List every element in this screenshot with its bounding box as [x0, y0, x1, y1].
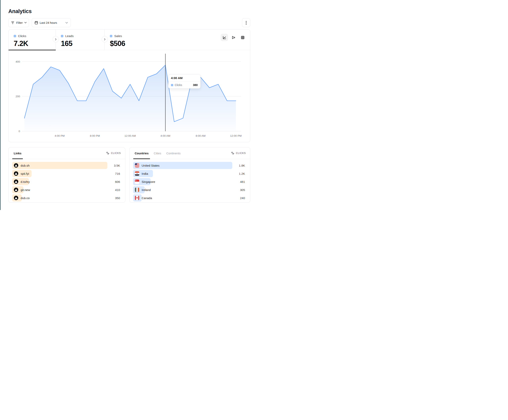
analytics-card: Clicks 7.2K Leads 165 Sales $506	[8, 29, 250, 142]
tab-links[interactable]: Links	[14, 147, 22, 159]
country-clicks: 1.8K	[232, 164, 245, 167]
date-range-label: Last 24 hours	[40, 21, 57, 24]
leads-legend-chip	[61, 35, 63, 37]
filter-icon	[11, 22, 15, 24]
link-label: d.to/try	[21, 180, 30, 183]
flag-canada-icon	[135, 196, 139, 200]
tab-countries[interactable]: Countries	[135, 147, 149, 159]
table-view-button[interactable]	[239, 34, 246, 41]
chart-tooltip: 4:00 AM Clicks 380	[168, 74, 201, 88]
svg-text:8:00 AM: 8:00 AM	[196, 134, 206, 137]
list-item[interactable]: d.to/try 606	[12, 178, 120, 185]
svg-text:12:00 AM: 12:00 AM	[124, 134, 136, 137]
link-clicks: 716	[107, 172, 120, 175]
list-item[interactable]: India 1.2K	[133, 170, 245, 177]
dub-logo-icon	[14, 180, 18, 184]
list-item[interactable]: git.new 410	[12, 186, 120, 193]
list-item[interactable]: United States 1.8K	[133, 162, 245, 169]
svg-text:8:00 PM: 8:00 PM	[90, 134, 100, 137]
svg-text:4:00 AM: 4:00 AM	[160, 134, 170, 137]
chevron-down-icon	[24, 22, 27, 23]
country-label: Singapore	[142, 180, 155, 183]
active-stat-underline	[8, 50, 56, 50]
calendar-icon	[35, 21, 38, 24]
area-chart-canvas[interactable]: 02004004:00 PM8:00 PM12:00 AM4:00 AM8:00…	[8, 51, 250, 142]
chevron-right-icon	[104, 38, 105, 40]
link-clicks: 606	[107, 180, 120, 183]
svg-text:0: 0	[18, 130, 20, 133]
country-label: Canada	[142, 196, 152, 200]
country-clicks: 1.2K	[232, 172, 245, 175]
chevron-right-icon	[55, 38, 57, 40]
dub-logo-icon	[14, 163, 18, 168]
chevron-down-icon	[66, 22, 68, 24]
line-chart-icon	[223, 36, 226, 39]
clicks-legend-chip	[14, 35, 16, 37]
more-options-button[interactable]	[242, 18, 250, 27]
links-metric-label: CLICKS	[111, 152, 121, 154]
list-item[interactable]: Singapore 481	[133, 178, 245, 185]
country-label: India	[142, 172, 148, 175]
link-label: dub.sh	[21, 164, 30, 167]
date-range-button[interactable]: Last 24 hours	[32, 18, 71, 27]
sales-legend-chip	[110, 35, 112, 37]
chart-view-toggle	[221, 34, 246, 41]
link-label: git.new	[21, 188, 30, 192]
list-item[interactable]: spti.fyi 716	[12, 170, 120, 177]
list-item[interactable]: dub.co 350	[12, 194, 120, 202]
stat-label: Sales	[114, 34, 122, 38]
page-title: Analytics	[8, 8, 254, 14]
funnel-view-button[interactable]	[230, 34, 237, 41]
list-item[interactable]: Ireland 305	[133, 186, 245, 193]
tooltip-time: 4:00 AM	[168, 74, 200, 82]
cursor-click-icon	[231, 152, 234, 155]
flag-india-icon	[135, 171, 139, 176]
kebab-menu-icon	[246, 21, 247, 25]
links-list: dub.sh 3.5K spti.fyi 716	[8, 159, 125, 202]
geo-metric-selector[interactable]: CLICKS	[231, 152, 246, 155]
filter-button[interactable]: Filter	[8, 18, 29, 27]
flag-singapore-icon	[135, 180, 139, 184]
links-panel: Links CLICKS dub.sh 3.5K	[8, 147, 125, 203]
expand-clicks-button[interactable]	[52, 36, 59, 42]
stat-label: Clicks	[18, 34, 26, 38]
stat-tab-clicks[interactable]: Clicks 7.2K	[8, 29, 56, 50]
country-clicks: 240	[232, 196, 245, 200]
tooltip-series-label: Clicks	[175, 83, 182, 87]
link-clicks: 410	[107, 188, 120, 192]
stat-tab-leads[interactable]: Leads 165	[56, 29, 105, 50]
funnel-icon	[232, 36, 235, 39]
stat-value: 165	[61, 39, 105, 48]
svg-text:200: 200	[15, 95, 20, 98]
tooltip-value: 380	[193, 83, 198, 87]
table-grid-icon	[241, 36, 245, 39]
stats-row: Clicks 7.2K Leads 165 Sales $506	[8, 29, 250, 50]
tab-continents[interactable]: Continents	[166, 147, 181, 159]
dub-logo-icon	[14, 196, 18, 200]
filter-label: Filter	[16, 21, 22, 24]
cursor-click-icon	[106, 152, 110, 155]
link-label: dub.co	[21, 196, 30, 200]
country-clicks: 305	[232, 188, 245, 192]
stat-value: 7.2K	[14, 39, 56, 48]
tab-cities[interactable]: Cities	[154, 147, 161, 159]
svg-text:12:00 PM: 12:00 PM	[230, 134, 242, 137]
list-item[interactable]: dub.sh 3.5K	[12, 162, 120, 169]
links-metric-selector[interactable]: CLICKS	[106, 152, 121, 155]
clicks-time-series-chart[interactable]: 02004004:00 PM8:00 PM12:00 AM4:00 AM8:00…	[8, 51, 250, 142]
toolbar: Filter Last 24 hours	[8, 18, 250, 27]
country-label: United States	[142, 164, 159, 167]
geo-panel: Countries Cities Continents CLICKS Unite…	[129, 147, 250, 203]
dub-logo-icon	[14, 188, 18, 192]
line-chart-view-button[interactable]	[221, 34, 228, 41]
link-clicks: 3.5K	[107, 164, 120, 167]
flag-us-icon	[135, 163, 139, 168]
flag-ireland-icon	[135, 188, 139, 192]
list-item[interactable]: Canada 240	[133, 194, 245, 202]
countries-list: United States 1.8K India 1.2K	[129, 159, 250, 202]
geo-metric-label: CLICKS	[236, 152, 246, 154]
expand-leads-button[interactable]	[102, 36, 108, 42]
link-clicks: 350	[107, 196, 120, 200]
link-label: spti.fyi	[21, 172, 29, 175]
left-edge-strip	[0, 0, 0, 210]
